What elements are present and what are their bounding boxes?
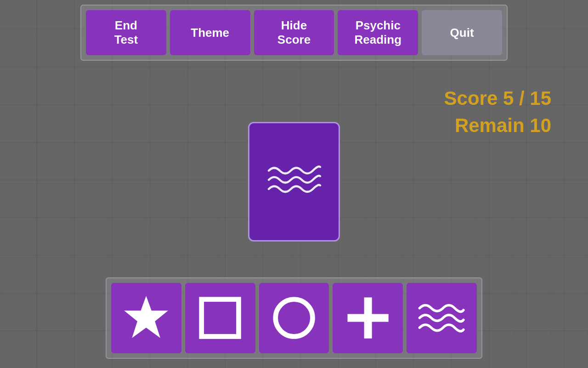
waves-icon — [417, 293, 466, 342]
svg-rect-1 — [202, 299, 239, 337]
svg-point-2 — [276, 299, 313, 337]
circle-icon — [270, 293, 318, 342]
card-symbol-waves — [264, 158, 324, 206]
score-line2: Remain 10 — [444, 112, 551, 139]
svg-marker-0 — [124, 296, 169, 338]
square-icon — [196, 293, 244, 342]
hide-score-button[interactable]: HideScore — [254, 10, 334, 55]
star-icon — [122, 293, 170, 342]
answer-circle-button[interactable] — [259, 283, 329, 353]
quit-button[interactable]: Quit — [422, 10, 502, 55]
end-test-button[interactable]: EndTest — [86, 10, 166, 55]
plus-icon — [344, 293, 392, 342]
theme-button[interactable]: Theme — [170, 10, 250, 55]
score-area: Score 5 / 15 Remain 10 — [444, 85, 551, 139]
answer-square-button[interactable] — [185, 283, 255, 353]
top-bar: EndTest Theme HideScore PsychicReading Q… — [80, 5, 508, 61]
answer-waves-button[interactable] — [407, 283, 477, 353]
score-line1: Score 5 / 15 — [444, 85, 551, 112]
psychic-reading-button[interactable]: PsychicReading — [338, 10, 418, 55]
svg-rect-4 — [347, 314, 388, 322]
answer-plus-button[interactable] — [333, 283, 403, 353]
answer-star-button[interactable] — [111, 283, 181, 353]
center-card — [248, 122, 340, 242]
bottom-bar — [106, 277, 482, 359]
content: EndTest Theme HideScore PsychicReading Q… — [0, 0, 588, 368]
